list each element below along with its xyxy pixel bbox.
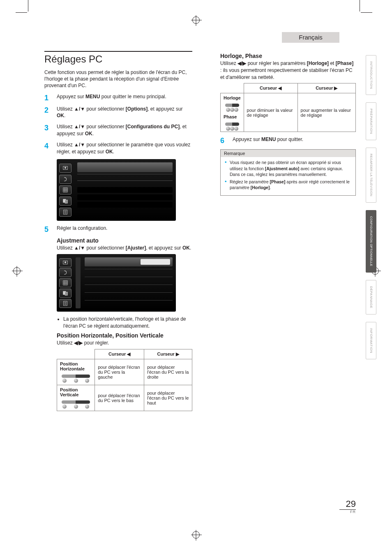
svg-point-1	[65, 167, 66, 169]
step-3: 3 Utilisez ▲/▼ pour sélectionner [Config…	[44, 123, 192, 137]
position-table: Curseur ◀ Curseur ▶ Position Horizontale…	[57, 349, 192, 411]
horloge-phase-table: Curseur ◀ Curseur ▶ Horloge Phase	[220, 83, 356, 132]
menu-icon	[59, 268, 71, 277]
svg-rect-2	[63, 188, 68, 192]
remark-box: Remarque Vous risquez de ne pas obtenir …	[220, 149, 356, 196]
menu-icon	[59, 185, 71, 194]
tab-configuration-optionnelle[interactable]: CONFIGURATION OPTIONNELLE	[366, 210, 376, 273]
section-tabs: INTRODUCTION PRÉPARATION REGARDER LA TÉL…	[366, 55, 376, 359]
menu-screenshot-1	[57, 159, 176, 221]
remark-title: Remarque	[221, 150, 355, 157]
step-text: Régler la configuration.	[57, 225, 192, 233]
slider-illustration	[224, 102, 241, 112]
tab-preparation[interactable]: PRÉPARATION	[366, 102, 376, 140]
col-header-left: Curseur ◀	[95, 349, 144, 359]
page-number: 29 FR	[339, 499, 356, 514]
step-text: Utilisez ▲/▼ pour sélectionner [Options]…	[57, 106, 192, 120]
step-5: 5 Régler la configuration.	[44, 225, 192, 233]
slider-illustration	[60, 399, 92, 409]
auto-note: La position horizontale/verticale, l'hor…	[57, 316, 192, 330]
step-text: Utilisez ▲/▼ pour sélectionner le paramè…	[57, 141, 192, 155]
tab-depannage[interactable]: DÉPANNAGE	[366, 280, 376, 314]
tab-regarder-tv[interactable]: REGARDER LA TÉLÉVISION	[366, 148, 376, 203]
page-title: Réglages PC	[44, 51, 192, 65]
svg-rect-15	[63, 281, 68, 285]
page: Français INTRODUCTION PRÉPARATION REGARD…	[28, 32, 376, 530]
menu-icon	[59, 175, 71, 184]
hp-text: Utilisez ◀/▶ pour régler les paramètres …	[220, 60, 356, 81]
right-column: Horloge, Phase Utilisez ◀/▶ pour régler …	[220, 51, 356, 518]
left-column: Réglages PC Cette fonction vous permet d…	[44, 51, 192, 518]
language-tab: Français	[282, 32, 339, 43]
step-number: 5	[44, 225, 53, 233]
slider-illustration	[60, 373, 92, 383]
heading-position-hv: Position Horizontale, Position Verticale	[57, 332, 192, 339]
step-6: 6 Appuyez sur MENU pour quitter.	[220, 136, 356, 144]
step-2: 2 Utilisez ▲/▼ pour sélectionner [Option…	[44, 106, 192, 120]
svg-rect-21	[65, 292, 67, 295]
hv-text: Utilisez ◀/▶ pour régler.	[57, 340, 192, 347]
intro-text: Cette fonction vous permet de régler la …	[44, 69, 192, 89]
menu-screenshot-2	[57, 254, 176, 312]
svg-rect-8	[65, 200, 67, 204]
menu-icon	[59, 289, 71, 298]
slider-illustration	[224, 121, 241, 131]
step-4: 4 Utilisez ▲/▼ pour sélectionner le para…	[44, 141, 192, 155]
tab-introduction[interactable]: INTRODUCTION	[366, 55, 376, 95]
step-1: 1 Appuyez sur MENU pour quitter le menu …	[44, 93, 192, 102]
menu-icon	[59, 278, 71, 287]
heading-horloge-phase: Horloge, Phase	[220, 53, 356, 59]
tab-information[interactable]: INFORMATION	[366, 322, 376, 359]
menu-icon	[59, 208, 71, 217]
ajustment-text: Utilisez ▲/▼ pour sélectionner [Ajuster]…	[57, 245, 192, 252]
row-position-horizontale: Position Horizontale pour déplacer l'écr…	[57, 359, 192, 385]
svg-point-14	[65, 261, 66, 263]
menu-icon	[59, 197, 71, 206]
step-number: 2	[44, 106, 53, 120]
remark-item: Vous risquez de ne pas obtenir un écran …	[225, 160, 351, 177]
menu-icon	[59, 299, 71, 308]
col-header-right: Curseur ▶	[297, 83, 355, 93]
step-text: Appuyez sur MENU pour quitter le menu pr…	[57, 93, 192, 102]
col-header-right: Curseur ▶	[144, 349, 192, 359]
menu-icon	[59, 258, 71, 267]
menu-icon	[59, 164, 71, 173]
step-number: 3	[44, 123, 53, 137]
step-number: 6	[220, 136, 229, 144]
heading-ajustment-auto: Ajustment auto	[57, 237, 192, 244]
step-number: 1	[44, 93, 53, 102]
step-text: Utilisez ▲/▼ pour sélectionner [Configur…	[57, 123, 192, 137]
col-header-left: Curseur ◀	[244, 83, 297, 93]
step-number: 4	[44, 141, 53, 155]
step-text: Appuyez sur MENU pour quitter.	[233, 136, 356, 144]
remark-item: Réglez le paramètre [Phase] après avoir …	[225, 179, 351, 190]
row-position-verticale: Position Verticale pour déplacer l'écran…	[57, 385, 192, 411]
